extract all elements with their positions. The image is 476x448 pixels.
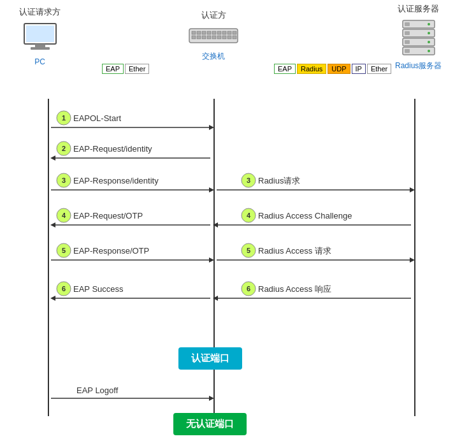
proto-ip-right: IP bbox=[352, 64, 366, 74]
pc-role-label: 认证请求方 bbox=[19, 6, 61, 18]
svg-rect-21 bbox=[227, 36, 231, 39]
svg-rect-2 bbox=[35, 44, 45, 47]
proto-udp-right: UDP bbox=[328, 64, 350, 74]
svg-point-45 bbox=[57, 173, 71, 187]
svg-rect-19 bbox=[217, 36, 221, 39]
server-icon bbox=[400, 17, 438, 59]
svg-point-80 bbox=[242, 282, 256, 296]
svg-text:EAP Success: EAP Success bbox=[73, 284, 124, 294]
pc-sublabel: PC bbox=[34, 57, 45, 66]
svg-text:Radius Access 响应: Radius Access 响应 bbox=[258, 284, 331, 294]
svg-marker-44 bbox=[50, 155, 55, 161]
svg-rect-24 bbox=[405, 22, 410, 26]
proto-right: EAP Radius UDP IP Ether bbox=[274, 64, 391, 74]
svg-point-55 bbox=[57, 208, 71, 222]
svg-text:EAPOL-Start: EAPOL-Start bbox=[73, 113, 122, 123]
svg-text:Radius Access 请求: Radius Access 请求 bbox=[258, 246, 331, 256]
svg-rect-18 bbox=[212, 36, 216, 39]
svg-text:2: 2 bbox=[62, 145, 66, 152]
svg-text:EAP-Response/OTP: EAP-Response/OTP bbox=[73, 246, 149, 256]
svg-point-35 bbox=[57, 111, 71, 125]
svg-rect-14 bbox=[192, 36, 196, 39]
actor-pc: 认证请求方 PC bbox=[19, 6, 61, 66]
proto-ether-right: Ether bbox=[367, 64, 391, 74]
svg-point-40 bbox=[57, 141, 71, 155]
svg-point-34 bbox=[428, 50, 430, 52]
svg-text:EAP-Request/identity: EAP-Request/identity bbox=[73, 144, 152, 154]
svg-rect-20 bbox=[222, 36, 226, 39]
svg-marker-79 bbox=[50, 296, 55, 301]
svg-rect-3 bbox=[31, 47, 50, 50]
svg-rect-10 bbox=[217, 31, 221, 34]
svg-point-28 bbox=[428, 32, 430, 34]
svg-text:EAP-Request/OTP: EAP-Request/OTP bbox=[73, 211, 143, 220]
svg-text:EAP-Response/identity: EAP-Response/identity bbox=[73, 176, 159, 185]
svg-rect-13 bbox=[233, 31, 236, 34]
svg-text:4: 4 bbox=[62, 212, 66, 219]
svg-rect-15 bbox=[197, 36, 201, 39]
svg-rect-17 bbox=[207, 36, 211, 39]
svg-text:4: 4 bbox=[247, 212, 251, 219]
server-role-label: 认证服务器 bbox=[398, 3, 439, 15]
svg-text:5: 5 bbox=[62, 247, 66, 254]
switch-role-label: 认证方 bbox=[201, 10, 226, 21]
svg-rect-16 bbox=[202, 36, 206, 39]
switch-sublabel: 交换机 bbox=[202, 51, 225, 62]
svg-rect-30 bbox=[405, 40, 410, 44]
svg-rect-8 bbox=[207, 31, 211, 34]
proto-radius-right: Radius bbox=[297, 64, 326, 74]
vline-pc bbox=[48, 99, 49, 416]
svg-point-60 bbox=[242, 208, 256, 222]
svg-text:6: 6 bbox=[247, 285, 250, 293]
svg-rect-9 bbox=[212, 31, 216, 34]
svg-rect-22 bbox=[233, 36, 236, 39]
svg-text:EAP Logoff: EAP Logoff bbox=[76, 386, 119, 395]
svg-rect-1 bbox=[26, 25, 54, 42]
svg-marker-59 bbox=[50, 222, 55, 228]
svg-text:5: 5 bbox=[247, 247, 250, 254]
noauth-port-button[interactable]: 无认证端口 bbox=[173, 413, 247, 435]
svg-text:Radius请求: Radius请求 bbox=[258, 176, 300, 185]
svg-rect-11 bbox=[222, 31, 226, 34]
proto-eap-right: EAP bbox=[274, 64, 296, 74]
svg-rect-7 bbox=[202, 31, 206, 34]
switch-icon bbox=[188, 24, 239, 49]
svg-point-65 bbox=[57, 243, 71, 257]
actor-switch: 认证方 交换机 bbox=[188, 10, 239, 62]
svg-rect-6 bbox=[197, 31, 201, 34]
proto-left: EAP Ether bbox=[102, 64, 149, 74]
svg-rect-33 bbox=[405, 49, 410, 53]
proto-eap-left: EAP bbox=[102, 64, 124, 74]
svg-rect-27 bbox=[405, 31, 410, 35]
svg-rect-5 bbox=[192, 31, 196, 34]
svg-text:3: 3 bbox=[247, 177, 250, 184]
svg-point-25 bbox=[428, 23, 430, 25]
svg-text:Radius Access Challenge: Radius Access Challenge bbox=[258, 211, 352, 220]
svg-text:3: 3 bbox=[62, 177, 66, 184]
svg-text:1: 1 bbox=[62, 114, 66, 122]
svg-text:6: 6 bbox=[62, 285, 66, 293]
svg-point-75 bbox=[57, 282, 71, 296]
svg-rect-12 bbox=[227, 31, 231, 34]
server-sublabel: Radius服务器 bbox=[395, 61, 442, 71]
auth-port-button[interactable]: 认证端口 bbox=[178, 347, 242, 370]
vline-server bbox=[414, 99, 415, 416]
actor-server: 认证服务器 Radius服务器 bbox=[395, 3, 442, 71]
svg-point-31 bbox=[428, 41, 430, 43]
svg-point-50 bbox=[242, 173, 256, 187]
pc-icon bbox=[21, 20, 59, 55]
svg-point-70 bbox=[242, 243, 256, 257]
proto-ether-left: Ether bbox=[125, 64, 149, 74]
